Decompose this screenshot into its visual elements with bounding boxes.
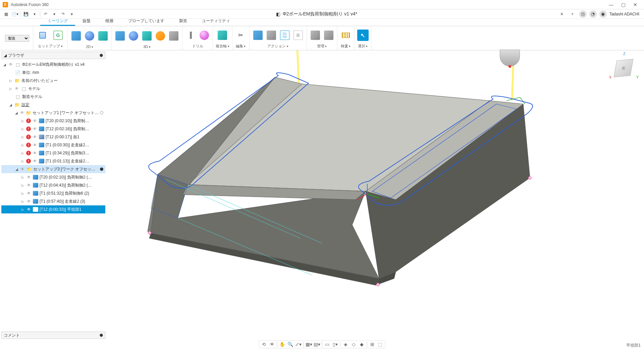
document-tab[interactable]: ◧ Φ2ボールEM負荷制御粗削り v1 v4*: [76, 11, 557, 17]
drill-icon[interactable]: [185, 30, 197, 41]
group-label-action: アクション: [267, 44, 288, 49]
tree-op-s3-1[interactable]: ▷👁[T12 (0:04:43)] 負荷制御2 (…: [1, 181, 105, 189]
tree-named-views[interactable]: ▷📁名前の付いたビュー: [1, 77, 105, 85]
panel-options-icon[interactable]: [100, 334, 103, 337]
tree-op-s3-0[interactable]: ▷👁[T20 (0:02:10)] 負荷制御2 (…: [1, 173, 105, 181]
tree-op-s1-5[interactable]: ▷!👁[T1 (0:01:13)] 走査線2…: [1, 157, 105, 165]
browser-header[interactable]: ◢ ブラウザ: [1, 52, 105, 59]
multiaxis-icon[interactable]: [217, 30, 228, 41]
nc-program-icon[interactable]: [51, 29, 65, 42]
user-name[interactable]: Tadashi ADACHI: [609, 12, 639, 16]
postprocess-icon[interactable]: [279, 30, 290, 41]
workspace-switcher[interactable]: 製造: [1, 26, 33, 50]
tree-op-s1-0[interactable]: ▷!👁[T20 (0:02:10)] 負荷制…: [1, 117, 105, 125]
pan-icon[interactable]: ✋: [279, 341, 286, 348]
axis-x-label: X: [609, 75, 611, 79]
minimize-button[interactable]: —: [605, 1, 617, 9]
group-setup: セットアップ: [33, 26, 68, 50]
orbit-icon[interactable]: ⟲: [260, 341, 268, 348]
group-multiaxis: 複合軸: [213, 26, 232, 50]
tab-probing[interactable]: プローブしています: [121, 17, 172, 26]
setup-icon[interactable]: [36, 29, 49, 42]
toolpath-icon[interactable]: ⊞: [369, 341, 376, 348]
extensions-icon[interactable]: ◷: [579, 10, 587, 18]
redo-icon[interactable]: ↷: [59, 10, 67, 18]
group-label-manage: 管理: [317, 44, 327, 49]
axis-y-label: Y: [636, 75, 639, 79]
2d-face-icon[interactable]: [97, 30, 109, 42]
stock-solid-icon[interactable]: ◈: [342, 341, 350, 348]
group-label-multi: 複合軸: [216, 44, 229, 49]
app-menu-icon[interactable]: ▦: [2, 10, 10, 18]
tree-op-s3-3[interactable]: ▷👁[T1 (0:57:40)] 走査線2 (3): [1, 197, 105, 205]
model-vis-icon[interactable]: ⬚: [377, 341, 384, 348]
zoom-icon[interactable]: 🔍: [287, 341, 294, 348]
tree-setup3[interactable]: ◢👁📁 セットアップ3 [ワーク オフセット =…: [1, 165, 105, 173]
workspace-select[interactable]: 製造: [5, 35, 29, 42]
zoom-fit-icon[interactable]: ⤢▾: [295, 341, 302, 348]
save-dropdown-icon[interactable]: ▾: [31, 10, 39, 18]
redo-dropdown-icon[interactable]: ▾: [68, 10, 76, 18]
file-menu-icon[interactable]: 📄▾: [11, 10, 19, 18]
tree-op-s1-3[interactable]: ▷!👁[T1 (0:03:30)] 走査線2…: [1, 141, 105, 149]
stock-wire-icon[interactable]: ◆: [358, 341, 366, 348]
2d-pocket-icon[interactable]: [84, 30, 95, 42]
look-icon[interactable]: 👁: [268, 341, 276, 348]
close-button[interactable]: ✕: [629, 1, 641, 9]
save-icon[interactable]: 💾: [22, 10, 30, 18]
3d-scallop-icon[interactable]: [128, 30, 139, 42]
tab-utilities[interactable]: ユーティリティ: [195, 17, 237, 26]
tree-models[interactable]: ▷👁⬚モデル: [1, 85, 105, 93]
tree-op-s1-4[interactable]: ▷!👁[T1 (0:34:29)] 負荷制3…: [1, 149, 105, 157]
undo-icon[interactable]: ↶: [42, 10, 50, 18]
view-cube[interactable]: Z 右 X Y: [610, 54, 637, 81]
stock-transparent-icon[interactable]: ◇: [350, 341, 358, 348]
3d-parallel-icon[interactable]: [141, 30, 153, 42]
task-manager-icon[interactable]: [323, 30, 334, 41]
viewport-multi-icon[interactable]: ▯▾: [332, 341, 339, 348]
3d-horizontal-icon[interactable]: [155, 30, 166, 42]
new-tab-icon[interactable]: +: [569, 10, 577, 18]
tree-setup1[interactable]: ◢👁📁 セットアップ1 [ワーク オフセット =既…: [1, 109, 105, 117]
tree-root[interactable]: ◢👁⬚ Φ2ボールEM負荷制御粗削り v1 v4: [1, 60, 105, 68]
tree-op-s1-2[interactable]: ▷!👁[T12 (0:00:17)] 面1: [1, 133, 105, 141]
tree-mfg-models[interactable]: ⬚製造モデル: [1, 93, 105, 101]
maximize-button[interactable]: ▢: [617, 1, 629, 9]
tab-turning[interactable]: 旋盤: [75, 17, 98, 26]
grid-icon[interactable]: ▤▾: [313, 341, 321, 348]
drill2-icon[interactable]: [199, 30, 210, 41]
panel-options-icon[interactable]: [100, 54, 103, 57]
undo-dropdown-icon[interactable]: ▾: [50, 10, 58, 18]
generate-icon[interactable]: [252, 30, 264, 41]
simulate-icon[interactable]: [266, 30, 277, 41]
3d-spiral-icon[interactable]: [168, 30, 179, 42]
notifications-icon[interactable]: ◔: [589, 10, 597, 18]
help-icon[interactable]: ◉: [599, 10, 607, 18]
display-style-icon[interactable]: ▦▾: [305, 341, 313, 348]
view-cube-face[interactable]: 右: [614, 59, 634, 77]
tree-units[interactable]: 📄単位: mm: [1, 68, 105, 77]
viewport-single-icon[interactable]: ▭: [324, 341, 331, 348]
tree-settings[interactable]: ◢📁設定: [1, 101, 105, 109]
3d-adaptive-icon[interactable]: [114, 30, 126, 42]
select-icon[interactable]: [357, 30, 369, 41]
group-2d: 2D: [68, 26, 112, 50]
tab-milling[interactable]: ミーリング: [40, 17, 75, 26]
navigation-bar: ⟲ 👁 ✋ 🔍 ⤢▾ ▦▾ ▤▾ ▭ ▯▾ ◈ ◇ ◆ ⊞ ⬚: [259, 340, 386, 348]
tree-op-s3-4-selected[interactable]: ▷👁[T12 (0:00:33)] 平坦部1: [1, 205, 105, 213]
tab-fabrication[interactable]: 製造: [172, 17, 195, 26]
tool-library-icon[interactable]: [310, 30, 321, 41]
close-tab-icon[interactable]: ✕: [558, 10, 566, 18]
caret-icon: ◢: [4, 53, 7, 58]
tab-additive[interactable]: 積層: [98, 17, 121, 26]
error-icon: !: [26, 159, 31, 163]
tree-op-s3-2[interactable]: ▷👁[T1 (0:51:32)] 負荷制御6 (2): [1, 189, 105, 197]
comment-panel-header[interactable]: コメント: [1, 332, 105, 339]
setup-sheet-icon[interactable]: [292, 30, 304, 41]
error-icon: !: [26, 151, 31, 155]
edit-scissors-icon[interactable]: [235, 30, 247, 41]
measure-icon[interactable]: [340, 30, 352, 41]
cube-icon: ◧: [276, 11, 280, 17]
2d-adaptive-icon[interactable]: [70, 30, 82, 42]
tree-op-s1-1[interactable]: ▷!👁[T12 (0:02:18)] 負荷制…: [1, 125, 105, 133]
